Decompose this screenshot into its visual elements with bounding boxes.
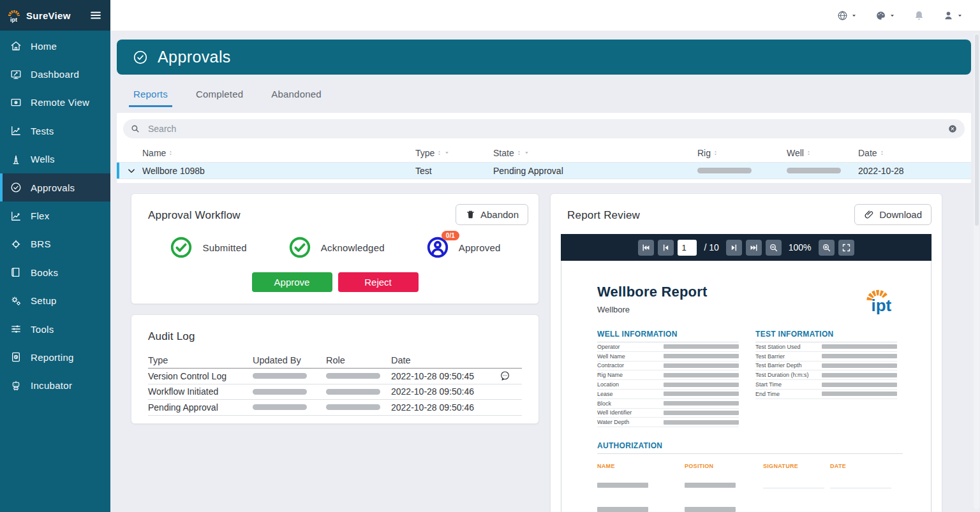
page-scrollbar[interactable] [974, 33, 979, 509]
sidebar-item-label: Home [31, 41, 57, 52]
column-header-date[interactable]: Date [858, 148, 971, 158]
sidebar-item-books[interactable]: Books [0, 258, 110, 286]
hamburger-menu-icon[interactable] [89, 8, 103, 22]
sidebar-item-tools[interactable]: Tools [0, 315, 110, 343]
sidebar-item-home[interactable]: Home [0, 32, 110, 60]
doc-field-label: Test Barrier [755, 353, 785, 360]
abandon-button-label: Abandon [480, 209, 519, 220]
search-input[interactable] [147, 123, 941, 135]
sidebar-item-label: Incubator [31, 380, 72, 391]
doc-field-label: Lease [597, 391, 613, 397]
abandon-button[interactable]: Abandon [456, 204, 528, 225]
home-icon [10, 40, 22, 52]
tab-abandoned[interactable]: Abandoned [267, 89, 326, 107]
sidebar-item-incubator[interactable]: Incubator [0, 372, 110, 400]
doc-section-heading: TEST INFORMATION [755, 330, 897, 342]
redacted-value [664, 411, 739, 415]
app-window: ipt SureView HomeDashboardRemote ViewTes… [0, 0, 980, 512]
audit-column-date: Date [391, 355, 499, 365]
user-circle-blue-icon: 0/1 [426, 235, 450, 260]
audit-log-table: TypeUpdated ByRoleDate Version Control L… [148, 352, 522, 416]
sidebar-item-flex[interactable]: Flex [0, 201, 110, 230]
cell-type: Test [415, 166, 493, 176]
tab-reports[interactable]: Reports [129, 89, 172, 107]
column-header-type[interactable]: Type [415, 148, 493, 158]
sidebar-item-setup[interactable]: Setup [0, 287, 110, 315]
next-page-button[interactable] [726, 240, 742, 256]
sidebar-item-dashboard[interactable]: Dashboard [0, 60, 110, 88]
report-doc-icon [10, 351, 22, 363]
clear-search-icon[interactable] [947, 124, 958, 134]
auth-row [597, 499, 903, 512]
doc-field-well-identifier: Well Identifier [597, 409, 739, 418]
column-header-name[interactable]: Name [142, 148, 415, 158]
column-label: State [493, 148, 514, 158]
sidebar-item-remote-view[interactable]: Remote View [0, 89, 110, 117]
redacted-value [664, 373, 739, 377]
sidebar-item-reporting[interactable]: Reporting [0, 343, 110, 371]
doc-field-lease: Lease [597, 390, 739, 399]
approval-count-badge: 0/1 [442, 231, 459, 240]
column-label: Rig [697, 148, 711, 158]
sidebar-item-wells[interactable]: Wells [0, 145, 110, 173]
sidebar-item-approvals[interactable]: Approvals [0, 173, 110, 201]
download-button[interactable]: Download [854, 204, 932, 225]
redacted-value [326, 389, 380, 395]
cell-state: Pending Approval [493, 166, 697, 176]
reject-button[interactable]: Reject [338, 272, 419, 292]
bell-menu[interactable] [913, 10, 925, 22]
palette-menu[interactable] [875, 10, 896, 22]
cell-name: Wellbore 1098b [142, 166, 415, 176]
caret-down-icon [956, 12, 963, 19]
sidebar-item-label: Approvals [31, 182, 75, 193]
column-header-rig[interactable]: Rig [697, 148, 787, 158]
globe-menu[interactable] [836, 10, 858, 22]
tab-completed[interactable]: Completed [191, 89, 248, 107]
filter-icon [444, 149, 450, 157]
doc-field-label: Contractor [597, 362, 624, 369]
sidebar-item-brs[interactable]: BRS [0, 230, 110, 258]
column-header-well[interactable]: Well [787, 148, 858, 158]
remote-view-icon [10, 96, 22, 109]
person-menu[interactable] [942, 10, 963, 22]
redacted-value [822, 354, 897, 358]
zoom-in-button[interactable] [819, 240, 835, 256]
doc-field-location: Location [597, 380, 739, 390]
audit-role [326, 404, 391, 410]
fullscreen-button[interactable] [838, 240, 854, 256]
audit-row-version-control-log: Version Control Log2022-10-28 09:50:45 [148, 369, 522, 384]
audit-log-title: Audit Log [148, 330, 528, 343]
approve-button[interactable]: Approve [252, 272, 332, 292]
last-page-button[interactable] [746, 240, 762, 256]
pdf-toolbar: / 10100% [561, 234, 932, 261]
redacted-value [822, 391, 897, 396]
audit-type: Workflow Initiated [148, 386, 253, 397]
sidebar-item-label: Flex [31, 210, 50, 221]
check-circle-icon [132, 49, 149, 66]
page-number-input[interactable] [678, 240, 697, 256]
comment-icon[interactable] [499, 370, 511, 382]
valve-icon [10, 238, 22, 251]
zoom-out-button[interactable] [766, 240, 782, 256]
ipt-logo-icon: ipt [6, 8, 22, 23]
redacted-value [326, 404, 380, 410]
redacted-value [597, 507, 648, 512]
first-page-button[interactable] [638, 240, 654, 256]
doc-field-test-duration-h-m-s-: Test Duration (h:m:s) [755, 370, 897, 380]
prev-page-button[interactable] [658, 240, 674, 256]
auth-column-position: POSITION [685, 463, 763, 469]
redacted-value [685, 507, 736, 512]
reports-table-header: NameTypeStateRigWellDate [117, 143, 971, 163]
approval-workflow-card: Approval Workflow Abandon SubmittedAckno… [131, 193, 539, 304]
scrollbar-thumb[interactable] [975, 34, 979, 226]
audit-type: Pending Approval [148, 402, 253, 413]
column-header-state[interactable]: State [493, 148, 697, 158]
report-row-wellbore-1098b[interactable]: Wellbore 1098bTestPending Approval2022-1… [117, 163, 971, 179]
doc-field-label: Rig Name [597, 372, 623, 378]
doc-field-label: Water Depth [597, 419, 629, 425]
sidebar-item-tests[interactable]: Tests [0, 117, 110, 145]
row-expand-chevron-icon[interactable] [126, 165, 137, 177]
workflow-steps: SubmittedAcknowledged0/1Approved [142, 235, 528, 260]
approval-workflow-title: Approval Workflow [148, 209, 241, 222]
sort-icon [516, 149, 522, 157]
